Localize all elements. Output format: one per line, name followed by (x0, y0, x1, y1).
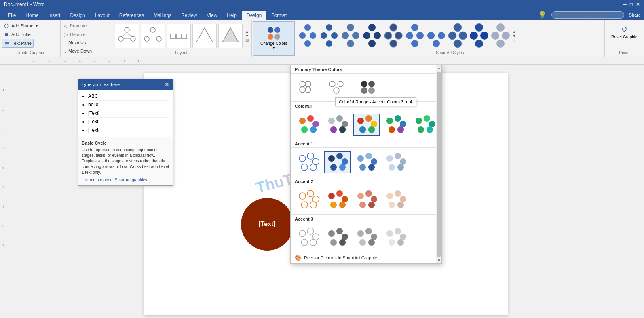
desc-link[interactable]: Learn more about SmartArt graphics (82, 178, 147, 182)
add-bullet-button[interactable]: ≡ Add Bullet (2, 30, 33, 38)
primary-color-3[interactable] (355, 77, 381, 98)
svg-point-20 (304, 40, 311, 47)
tab-help[interactable]: Help (222, 11, 242, 20)
style-thumb-7[interactable] (426, 23, 446, 49)
promote-button[interactable]: ◁ Promote (62, 22, 89, 30)
style-thumb-10[interactable] (490, 23, 511, 49)
accent2-4[interactable] (382, 189, 409, 211)
accent1-3[interactable] (353, 151, 380, 173)
accent2-2[interactable] (324, 189, 351, 211)
minimize-icon[interactable]: ─ (623, 2, 627, 7)
colorful-4[interactable] (382, 114, 409, 136)
svg-point-141 (342, 234, 348, 240)
dropdown-scroll-up[interactable]: ▲ (436, 65, 441, 71)
svg-point-99 (328, 155, 335, 162)
styles-scroll-up[interactable]: ▲ (513, 30, 516, 34)
add-shape-button[interactable]: ⬡ Add Shape ▼ (2, 22, 40, 30)
tab-layout[interactable]: Layout (90, 11, 114, 20)
list-item-1[interactable]: ABC (88, 92, 169, 101)
styles-scroll-down[interactable]: ▼ (513, 34, 516, 38)
svg-point-124 (357, 193, 364, 199)
style-thumb-1[interactable] (298, 23, 318, 49)
reset-graphic-button[interactable]: ↺ Reset Graphic (608, 23, 640, 41)
move-up-button[interactable]: ↑ Move Up (62, 38, 88, 46)
window-controls[interactable]: ─ □ ✕ (623, 2, 640, 7)
add-bullet-icon: ≡ (3, 31, 10, 38)
tab-references[interactable]: References (114, 11, 149, 20)
accent3-4[interactable] (382, 226, 409, 249)
accent3-1[interactable] (295, 226, 321, 249)
maximize-icon[interactable]: □ (630, 2, 633, 7)
move-down-button[interactable]: ↓ Move Down (62, 47, 93, 55)
svg-point-36 (390, 40, 397, 47)
tab-mailings[interactable]: Mailings (149, 11, 176, 20)
colorful-1[interactable] (295, 114, 321, 136)
change-colors-dropdown-icon[interactable]: ▼ (272, 46, 276, 50)
layout-thumb-3[interactable] (167, 24, 191, 48)
tell-me-input[interactable] (551, 11, 624, 19)
accent3-3[interactable] (353, 226, 380, 249)
svg-point-121 (342, 196, 348, 202)
recolor-pictures-button[interactable]: 🎨 Recolor Pictures in SmartArt Graphic (291, 252, 436, 263)
accent1-1[interactable] (295, 151, 321, 173)
layout-thumb-5[interactable] (218, 24, 243, 48)
accent2-3[interactable] (353, 189, 380, 211)
accent3-2[interactable] (324, 226, 351, 249)
style-thumb-4[interactable] (362, 23, 382, 49)
add-shape-dropdown-icon[interactable]: ▼ (35, 24, 38, 28)
text-pane-close-button[interactable]: ✕ (165, 81, 169, 88)
tab-file[interactable]: File (3, 11, 21, 20)
tab-insert[interactable]: Insert (43, 11, 65, 20)
layout-thumb-4[interactable] (192, 24, 217, 48)
tab-design-page[interactable]: Design (65, 11, 90, 20)
layout-thumb-1[interactable] (115, 24, 139, 48)
style-thumb-3[interactable] (340, 23, 361, 49)
list-item-3[interactable]: [Text] (88, 109, 169, 118)
style-thumb-5[interactable] (383, 23, 403, 49)
lightbulb-icon[interactable]: 💡 (538, 11, 547, 19)
close-icon[interactable]: ✕ (636, 2, 640, 7)
layout-thumb-2[interactable] (141, 24, 165, 48)
list-item-4[interactable]: [Text] (88, 118, 169, 126)
styles-more[interactable]: ⊞ (513, 38, 516, 42)
accent2-1[interactable] (295, 189, 321, 211)
primary-color-2[interactable] (325, 77, 351, 98)
create-graphic-label: Create Graphic (2, 50, 59, 55)
tab-review[interactable]: Review (176, 11, 202, 20)
scroll-up-icon[interactable]: ▲ (244, 29, 250, 34)
list-item-2[interactable]: hello (88, 101, 169, 109)
primary-color-1[interactable] (295, 77, 321, 98)
accent1-4[interactable] (382, 151, 409, 173)
layouts-scroll[interactable]: ▲ ▼ ⊞ (244, 28, 250, 43)
style-thumb-6[interactable] (405, 23, 425, 49)
scroll-down-icon[interactable]: ▼ (244, 34, 250, 38)
style-thumb-8[interactable] (448, 23, 468, 49)
text-pane-button[interactable]: ▤ Text Pane (2, 39, 34, 48)
circle-bottom-left[interactable]: [Text] (241, 198, 293, 251)
primary-theme-title: Primary Theme Colors (291, 65, 441, 74)
accent2-title: Accent 2 (291, 177, 441, 185)
colorful-2[interactable] (324, 114, 351, 136)
tab-view[interactable]: View (202, 11, 222, 20)
desc-title: Basic Cycle (82, 141, 169, 145)
colorful-3[interactable] (353, 114, 380, 136)
change-colors-button[interactable]: Change Colors ▼ (255, 23, 293, 53)
colorful-5[interactable] (411, 114, 438, 136)
tab-design-smartart[interactable]: Design (242, 11, 266, 20)
dropdown-scrollbar[interactable]: ▲ ▼ (436, 65, 441, 263)
svg-point-47 (459, 32, 467, 40)
svg-point-43 (438, 32, 445, 39)
dropdown-scroll-down[interactable]: ▼ (436, 257, 441, 263)
style-thumb-9[interactable] (469, 23, 489, 49)
dropdown-scroll-thumb[interactable] (437, 72, 441, 257)
style-thumb-2[interactable] (319, 23, 339, 49)
more-icon[interactable]: ⊞ (244, 38, 250, 42)
share-button[interactable]: Share (629, 13, 641, 17)
svg-point-127 (368, 202, 375, 208)
list-item-5[interactable]: [Text] (88, 126, 169, 134)
demote-button[interactable]: ▷ Demote (62, 30, 87, 38)
tab-format[interactable]: Format (266, 11, 291, 20)
accent1-2[interactable] (324, 151, 351, 173)
desc-text: Use to represent a continuing sequence o… (82, 147, 169, 175)
tab-home[interactable]: Home (21, 11, 43, 20)
